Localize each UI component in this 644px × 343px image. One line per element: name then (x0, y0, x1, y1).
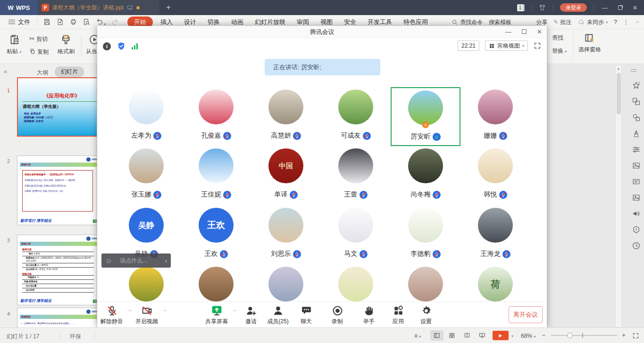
selection-pane-button[interactable]: 选择窗格 (578, 32, 601, 54)
slide-thumbnail-1[interactable]: 《应用电化学》 课程大纲（学生版） 专业: 应用化学授课对象: 2020级（大三… (17, 77, 97, 137)
close-button[interactable]: ✕ (631, 4, 639, 11)
chat-input-placeholder[interactable]: 说点什么... (120, 257, 157, 265)
participant-tile[interactable]: 左孝为 (111, 87, 181, 146)
document-tab[interactable]: P 课程大纲（学生版）讲稿.ppt (38, 0, 159, 15)
meeting-tool-camera-off[interactable]: 开启视频 (127, 305, 167, 326)
leave-meeting-button[interactable]: 离开会议 (509, 306, 543, 323)
textbox-icon[interactable] (632, 177, 641, 186)
participant-tile[interactable]: 马文 (321, 205, 391, 264)
skin-shirt-icon[interactable] (538, 4, 546, 11)
participant-tile[interactable]: 张玉娜 (111, 146, 181, 205)
scrollbar-thumb[interactable] (617, 73, 621, 114)
clock-icon[interactable] (632, 241, 641, 250)
zoom-level[interactable]: 68% ▾ (521, 333, 535, 339)
file-menu-button[interactable]: 文件 (0, 18, 37, 26)
play-options-dropdown[interactable]: ▾ (511, 334, 513, 338)
search-template-button[interactable]: 搜索模板 (489, 18, 511, 26)
participant-tile[interactable]: 李德豹 (391, 205, 460, 264)
zoom-slider-thumb[interactable] (567, 333, 573, 338)
ink-icon[interactable] (632, 225, 641, 234)
participant-tile[interactable]: 韩悦 (460, 146, 530, 205)
participant-tile[interactable]: 王佳妮 (181, 146, 251, 205)
paste-button[interactable]: 粘贴 ▾ (7, 33, 21, 56)
redo-icon[interactable] (111, 18, 119, 26)
participant-tile[interactable]: ☺厉安昕 (391, 87, 460, 146)
meeting-minimize-button[interactable]: — (505, 26, 511, 38)
collapse-panel-button[interactable]: « (4, 68, 7, 75)
copy-button[interactable]: 复制 (29, 48, 49, 56)
collapse-ribbon-button[interactable] (635, 20, 640, 24)
find-command-button[interactable]: 查找命令 (452, 18, 483, 26)
undo-icon[interactable] (96, 17, 104, 25)
replace-button[interactable]: 替换 ▾ (552, 47, 567, 55)
vertical-scrollbar[interactable]: ▲ (615, 65, 622, 327)
wps-logo[interactable]: WWPS (0, 0, 38, 15)
participant-tile[interactable]: 孔俊嘉 (181, 87, 251, 146)
collapse-chat-arrow[interactable]: ‹ (165, 257, 167, 264)
view-mode-button[interactable]: 宫格视图▾ (485, 41, 528, 51)
beautify-icon[interactable] (632, 81, 641, 90)
zoom-out-button[interactable]: − (542, 331, 545, 339)
login-button[interactable]: 未登录 (560, 3, 587, 12)
meeting-info-icon[interactable]: i (103, 42, 111, 50)
picture-icon[interactable] (632, 193, 641, 202)
sync-status-button[interactable]: 未同步▾ (577, 18, 608, 26)
participant-tile[interactable]: 中国单译 (251, 146, 321, 205)
window-count-badge[interactable]: 1 (517, 4, 525, 11)
view-reading-button[interactable] (460, 330, 474, 341)
print-preview-icon[interactable] (83, 18, 91, 26)
view-sorter-button[interactable] (445, 330, 459, 341)
view-normal-button[interactable] (430, 330, 443, 341)
tab-slides[interactable]: 幻灯片 (55, 66, 84, 77)
help-button[interactable]: ? (614, 19, 617, 25)
security-shield-icon[interactable] (117, 41, 126, 51)
participant-tile[interactable]: 王海龙 (460, 205, 530, 264)
theme-name[interactable]: 环保 (70, 333, 81, 341)
meeting-tool-settings[interactable]: 设置 (406, 305, 446, 326)
meeting-fullscreen-icon[interactable] (534, 42, 541, 49)
zoom-slider-track[interactable] (551, 335, 617, 336)
slide-thumbnail-3[interactable]: 沈阳科技学院 课程介绍 教师信息 姓名 左孝为 联系信息 电话: 1299912… (17, 235, 97, 305)
export-pdf-icon[interactable] (56, 18, 64, 26)
emoji-icon[interactable]: ☺ (105, 257, 112, 264)
wordart-icon[interactable] (632, 129, 641, 138)
restore-button[interactable] (616, 4, 624, 11)
participant-tile[interactable]: 尚冬梅 (391, 146, 460, 205)
meeting-close-button[interactable]: ✕ (537, 26, 542, 38)
share-button[interactable]: 分享 (536, 18, 547, 26)
play-slideshow-button[interactable]: ▶ (493, 331, 509, 340)
meeting-tool-mic-off[interactable]: 解除静音 (92, 305, 132, 326)
notes-button[interactable]: ≡ ▾ (414, 333, 421, 339)
zoom-in-button[interactable]: + (622, 331, 626, 339)
more-menu-button[interactable]: ⋮ (623, 19, 629, 25)
minimize-button[interactable]: — (601, 4, 609, 11)
image-adjust-icon[interactable] (632, 161, 641, 170)
format-painter-button[interactable]: 格式刷 (58, 33, 75, 56)
participant-tile[interactable]: 姗姗 (460, 87, 530, 146)
print-icon[interactable] (69, 18, 77, 26)
slide-thumbnail-2[interactable]: 沈阳科技学院 课程介绍 课程名称和课程编号：《应用电化学》0207616 开课星… (17, 155, 97, 225)
meeting-tool-screen-share[interactable]: 共享屏幕 (197, 305, 236, 326)
properties-icon[interactable] (632, 145, 641, 154)
fit-screen-button[interactable] (632, 332, 639, 339)
scroll-up-arrow[interactable]: ▲ (616, 65, 621, 72)
participant-tile[interactable]: 刘思乐 (251, 205, 321, 264)
comment-button[interactable]: ✎批注 (553, 18, 571, 26)
participant-tile[interactable]: 王蕾 (321, 146, 391, 205)
audio-icon[interactable] (632, 209, 641, 218)
meeting-maximize-button[interactable] (522, 26, 527, 38)
save-icon[interactable] (43, 18, 51, 26)
tab-outline[interactable]: 大纲 (37, 69, 48, 77)
new-tab-button[interactable]: + (166, 3, 171, 12)
participant-tile[interactable]: 高慧妍 (251, 87, 321, 146)
chat-quick-bar[interactable]: ☺ 说点什么... ‹ (101, 253, 171, 268)
switch-icon[interactable] (632, 97, 641, 106)
tool-options-chevron[interactable] (162, 309, 167, 312)
cut-button[interactable]: ✂ 剪切 (29, 35, 48, 43)
shapes-icon[interactable] (632, 113, 641, 122)
meeting-titlebar[interactable]: 腾讯会议 — ✕ (97, 26, 547, 38)
participant-tile[interactable]: 王欢王欢 (181, 205, 251, 264)
participant-tile[interactable]: 可成友 (321, 87, 391, 146)
view-slideshow-button[interactable] (476, 330, 489, 341)
find-button[interactable]: 查找 (552, 34, 563, 42)
